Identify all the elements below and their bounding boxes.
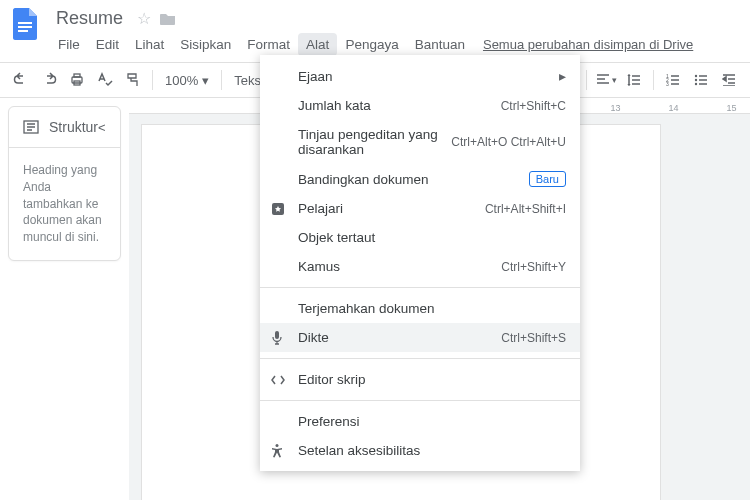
menu-item-label: Editor skrip bbox=[298, 372, 366, 387]
svg-rect-4 bbox=[74, 74, 80, 77]
menu-item-label: Preferensi bbox=[298, 414, 360, 429]
menu-item-tinjau-pengeditan-yang-disarankan[interactable]: Tinjau pengeditan yang disarankanCtrl+Al… bbox=[260, 120, 580, 164]
chevron-down-icon: ▾ bbox=[202, 73, 209, 88]
shortcut-label: Ctrl+Shift+Y bbox=[501, 260, 566, 274]
menu-item-jumlah-kata[interactable]: Jumlah kataCtrl+Shift+C bbox=[260, 91, 580, 120]
menu-separator bbox=[260, 358, 580, 359]
svg-point-16 bbox=[276, 444, 279, 447]
menu-item-label: Tinjau pengeditan yang disarankan bbox=[298, 127, 451, 157]
menu-format[interactable]: Format bbox=[239, 33, 298, 56]
align-button[interactable]: ▾ bbox=[593, 67, 619, 93]
outline-header: Struktur < bbox=[9, 107, 120, 148]
zoom-select[interactable]: 100%▾ bbox=[159, 73, 215, 88]
menu-item-pelajari[interactable]: PelajariCtrl+Alt+Shift+I bbox=[260, 194, 580, 223]
undo-icon[interactable] bbox=[8, 67, 34, 93]
alat-dropdown: Ejaan▸Jumlah kataCtrl+Shift+CTinjau peng… bbox=[260, 55, 580, 471]
menu-item-ejaan[interactable]: Ejaan▸ bbox=[260, 61, 580, 91]
collapse-outline-button[interactable]: < bbox=[98, 120, 106, 135]
menu-sisipkan[interactable]: Sisipkan bbox=[172, 33, 239, 56]
svg-text:3: 3 bbox=[666, 81, 669, 86]
redo-icon[interactable] bbox=[36, 67, 62, 93]
menu-item-label: Dikte bbox=[298, 330, 329, 345]
menu-file[interactable]: File bbox=[50, 33, 88, 56]
shortcut-label: Ctrl+Alt+Shift+I bbox=[485, 202, 566, 216]
svg-point-10 bbox=[695, 75, 697, 77]
toolbar-separator bbox=[152, 70, 153, 90]
star-icon[interactable]: ☆ bbox=[137, 9, 151, 28]
doc-title[interactable]: Resume bbox=[50, 6, 129, 31]
menu-item-label: Pelajari bbox=[298, 201, 343, 216]
ruler-tick: 14 bbox=[645, 103, 703, 113]
menu-item-label: Jumlah kata bbox=[298, 98, 371, 113]
menu-separator bbox=[260, 400, 580, 401]
menu-alat[interactable]: Alat bbox=[298, 33, 337, 56]
bulleted-list-button[interactable] bbox=[688, 67, 714, 93]
outline-sidebar: Struktur < Heading yang Anda tambahkan k… bbox=[0, 98, 129, 500]
mic-icon bbox=[270, 330, 288, 346]
menu-separator bbox=[260, 287, 580, 288]
svg-rect-2 bbox=[18, 30, 28, 32]
menubar: File Edit Lihat Sisipkan Format Alat Pen… bbox=[50, 33, 693, 56]
menu-item-label: Setelan aksesibilitas bbox=[298, 443, 420, 458]
svg-rect-0 bbox=[18, 22, 32, 24]
print-icon[interactable] bbox=[64, 67, 90, 93]
toolbar-separator bbox=[586, 70, 587, 90]
line-spacing-button[interactable] bbox=[621, 67, 647, 93]
svg-rect-15 bbox=[275, 331, 279, 339]
accessibility-icon bbox=[270, 443, 288, 459]
chevron-down-icon: ▾ bbox=[612, 75, 617, 85]
shortcut-label: Ctrl+Shift+C bbox=[501, 99, 566, 113]
menu-item-dikte[interactable]: DikteCtrl+Shift+S bbox=[260, 323, 580, 352]
new-badge: Baru bbox=[529, 171, 566, 187]
svg-rect-1 bbox=[18, 26, 32, 28]
menu-item-bandingkan-dokumen[interactable]: Bandingkan dokumenBaru bbox=[260, 164, 580, 194]
header-main: Resume ☆ File Edit Lihat Sisipkan Format… bbox=[50, 6, 693, 56]
shortcut-label: Ctrl+Alt+O Ctrl+Alt+U bbox=[451, 135, 566, 149]
menu-item-label: Bandingkan dokumen bbox=[298, 172, 429, 187]
toolbar-right: ▾ ▾ 123 bbox=[554, 67, 742, 93]
title-row: Resume ☆ bbox=[50, 6, 693, 31]
menu-item-label: Kamus bbox=[298, 259, 340, 274]
menu-item-label: Ejaan bbox=[298, 69, 333, 84]
menu-item-label: Objek tertaut bbox=[298, 230, 375, 245]
ruler-tick: 13 bbox=[587, 103, 645, 113]
save-status[interactable]: Semua perubahan disimpan di Drive bbox=[483, 37, 693, 52]
menu-edit[interactable]: Edit bbox=[88, 33, 127, 56]
explore-icon bbox=[270, 201, 288, 217]
menu-item-label: Terjemahkan dokumen bbox=[298, 301, 435, 316]
menu-lihat[interactable]: Lihat bbox=[127, 33, 172, 56]
header: Resume ☆ File Edit Lihat Sisipkan Format… bbox=[0, 0, 750, 56]
paint-format-icon[interactable] bbox=[120, 67, 146, 93]
shortcut-label: Ctrl+Shift+S bbox=[501, 331, 566, 345]
menu-item-kamus[interactable]: KamusCtrl+Shift+Y bbox=[260, 252, 580, 281]
svg-point-11 bbox=[695, 79, 697, 81]
spellcheck-icon[interactable] bbox=[92, 67, 118, 93]
folder-icon[interactable] bbox=[159, 12, 177, 26]
outline-body: Heading yang Anda tambahkan ke dokumen a… bbox=[9, 148, 120, 260]
numbered-list-button[interactable]: 123 bbox=[660, 67, 686, 93]
toolbar-separator bbox=[653, 70, 654, 90]
docs-logo[interactable] bbox=[8, 6, 44, 42]
code-icon bbox=[270, 374, 288, 386]
menu-bantuan[interactable]: Bantuan bbox=[407, 33, 473, 56]
decrease-indent-button[interactable] bbox=[716, 67, 742, 93]
menu-item-objek-tertaut[interactable]: Objek tertaut bbox=[260, 223, 580, 252]
menu-item-terjemahkan-dokumen[interactable]: Terjemahkan dokumen bbox=[260, 294, 580, 323]
toolbar-separator bbox=[221, 70, 222, 90]
ruler-tick: 15 bbox=[703, 103, 750, 113]
menu-item-editor-skrip[interactable]: Editor skrip bbox=[260, 365, 580, 394]
outline-icon bbox=[23, 120, 39, 134]
menu-item-preferensi[interactable]: Preferensi bbox=[260, 407, 580, 436]
menu-item-setelan-aksesibilitas[interactable]: Setelan aksesibilitas bbox=[260, 436, 580, 465]
svg-point-12 bbox=[695, 83, 697, 85]
outline-title: Struktur bbox=[49, 119, 98, 135]
submenu-arrow-icon: ▸ bbox=[559, 68, 566, 84]
menu-pengaya[interactable]: Pengaya bbox=[337, 33, 406, 56]
outline-panel: Struktur < Heading yang Anda tambahkan k… bbox=[8, 106, 121, 261]
